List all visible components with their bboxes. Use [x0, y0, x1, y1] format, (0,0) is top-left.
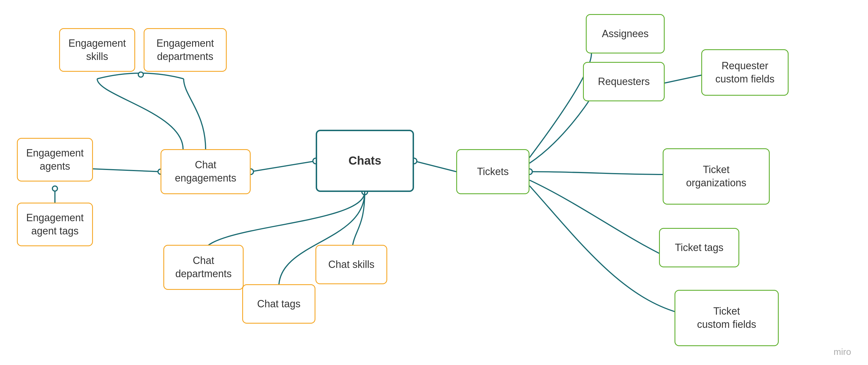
chat-tags-label: Chat tags	[257, 297, 301, 311]
miro-watermark: miro	[834, 347, 851, 357]
assignees-label: Assignees	[602, 27, 649, 40]
ticket-tags-label: Ticket tags	[675, 241, 723, 255]
ticket-custom-fields-node: Ticketcustom fields	[675, 290, 779, 346]
chat-tags-node: Chat tags	[242, 284, 315, 324]
ticket-tags-node: Ticket tags	[659, 228, 739, 267]
chat-departments-node: Chatdepartments	[163, 245, 244, 290]
engagement-departments-label: Engagementdepartments	[156, 37, 214, 63]
engagement-skills-node: Engagementskills	[59, 28, 135, 72]
tickets-label: Tickets	[477, 165, 509, 178]
engagement-agent-tags-node: Engagementagent tags	[17, 203, 93, 246]
requesters-node: Requesters	[583, 62, 665, 101]
requester-custom-fields-label: Requestercustom fields	[715, 59, 775, 86]
engagement-agents-label: Engagementagents	[26, 146, 84, 173]
svg-line-4	[93, 169, 160, 172]
chat-skills-label: Chat skills	[328, 258, 374, 271]
tickets-node: Tickets	[456, 149, 529, 194]
requester-custom-fields-node: Requestercustom fields	[701, 49, 788, 96]
ticket-custom-fields-label: Ticketcustom fields	[697, 305, 756, 331]
ticket-organizations-label: Ticketorganizations	[686, 163, 746, 190]
engagement-skills-label: Engagementskills	[68, 37, 126, 63]
chat-skills-node: Chat skills	[315, 245, 387, 284]
svg-point-7	[52, 186, 58, 191]
engagement-agents-node: Engagementagents	[17, 138, 93, 181]
chat-engagements-label: Chatengagements	[175, 159, 236, 185]
chats-label: Chats	[348, 153, 381, 169]
svg-line-9	[414, 161, 456, 172]
engagement-departments-node: Engagementdepartments	[144, 28, 227, 72]
svg-line-12	[665, 74, 704, 83]
engagement-agent-tags-label: Engagementagent tags	[26, 211, 84, 238]
assignees-node: Assignees	[586, 14, 665, 54]
svg-line-0	[251, 161, 316, 172]
ticket-organizations-node: Ticketorganizations	[663, 148, 770, 205]
chat-engagements-node: Chatengagements	[160, 149, 251, 194]
svg-point-3	[138, 72, 143, 77]
chat-departments-label: Chatdepartments	[175, 254, 231, 280]
chats-node: Chats	[316, 130, 414, 192]
requesters-label: Requesters	[598, 75, 650, 88]
